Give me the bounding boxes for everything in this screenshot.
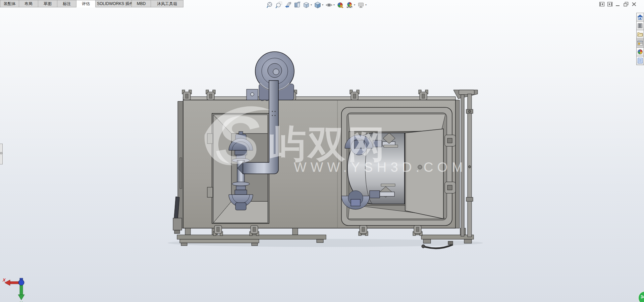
zoom-to-area-button[interactable] xyxy=(275,1,283,9)
collapse-left-pane-icon xyxy=(599,2,605,7)
triad-x-label: X xyxy=(2,278,6,283)
flange-bottom xyxy=(232,182,250,186)
restore-icon xyxy=(623,2,629,7)
apply-scene-button[interactable]: ▾ xyxy=(345,1,356,9)
watermark-brand: 屿双网 xyxy=(268,123,387,165)
collapse-right-pane-icon xyxy=(607,2,613,7)
view-orientation-dropdown[interactable]: ▾ xyxy=(310,1,312,9)
orientation-triad: X Y xyxy=(2,277,28,302)
tab-layout[interactable]: 布局 xyxy=(19,0,38,7)
books-icon xyxy=(637,23,643,29)
collapse-right-pane-button[interactable] xyxy=(607,2,613,7)
feature-panel-collapsed-tab[interactable] xyxy=(0,144,3,164)
previous-view-button[interactable] xyxy=(284,1,292,9)
restore-button[interactable] xyxy=(623,2,629,7)
display-style-icon xyxy=(314,1,321,9)
tab-appearances-scenes[interactable] xyxy=(636,48,644,56)
collapse-left-pane-button[interactable] xyxy=(599,2,605,7)
home-icon xyxy=(637,14,643,20)
splitter-knob-icon xyxy=(0,152,2,154)
view-settings-button[interactable]: ▾ xyxy=(357,1,367,9)
heads-up-view-toolbar: ▾ ▾ ▾ xyxy=(266,1,367,9)
eye-icon xyxy=(325,1,333,9)
apply-scene-icon xyxy=(346,1,353,9)
tab-design-library[interactable] xyxy=(636,21,644,30)
solidworks-window: { "ribbon_tabs": [ { "label": "装配体", "ac… xyxy=(0,0,644,302)
tab-file-explorer[interactable] xyxy=(636,30,644,39)
edit-appearance-icon xyxy=(337,1,344,9)
window-controls xyxy=(599,2,637,7)
edit-appearance-button[interactable] xyxy=(336,1,344,9)
tab-solidworks-addins[interactable]: SOLIDWORKS 插件 xyxy=(96,0,132,7)
hide-show-items-button[interactable]: ▾ xyxy=(325,1,335,9)
close-icon xyxy=(631,2,637,7)
watermark-url: WWW.YSH3D.COM xyxy=(294,160,467,174)
tab-assembly[interactable]: 装配体 xyxy=(0,0,19,7)
section-view-icon xyxy=(293,1,301,9)
tab-sketch[interactable]: 草图 xyxy=(38,0,57,7)
folder-icon xyxy=(637,32,643,37)
tab-solidworks-resources[interactable] xyxy=(636,13,644,21)
display-style-button[interactable]: ▾ xyxy=(314,1,324,9)
watermark-logo: S xyxy=(215,102,260,177)
task-pane-strip xyxy=(636,13,644,65)
tab-custom-properties[interactable] xyxy=(636,56,644,65)
graphics-area[interactable]: S 屿双网 WWW.YSH3D.COM xyxy=(0,0,644,302)
view-settings-icon xyxy=(357,1,365,9)
view-settings-dropdown[interactable]: ▾ xyxy=(365,1,367,9)
section-view-button[interactable] xyxy=(293,1,301,9)
minimize-icon xyxy=(615,2,621,7)
tab-view-palette[interactable] xyxy=(636,39,644,48)
tab-evaluate[interactable]: 评估 xyxy=(76,0,96,7)
display-style-dropdown[interactable]: ▾ xyxy=(322,1,324,9)
view-palette-icon xyxy=(637,40,643,46)
apply-scene-dropdown[interactable]: ▾ xyxy=(354,1,356,9)
hide-show-items-dropdown[interactable]: ▾ xyxy=(333,1,335,9)
previous-view-icon xyxy=(284,1,292,9)
support-feet xyxy=(185,228,466,235)
tab-annotation[interactable]: 标注 xyxy=(57,0,76,7)
badge-count: 34 xyxy=(641,295,644,299)
view-orientation-button[interactable]: ▾ xyxy=(302,1,313,9)
triad-y-label: Y xyxy=(19,301,23,302)
close-button[interactable] xyxy=(631,2,637,7)
view-orientation-icon xyxy=(303,1,310,9)
zoom-to-fit-button[interactable] xyxy=(266,1,274,9)
tab-mbd[interactable]: MBD xyxy=(132,0,151,7)
properties-form-icon xyxy=(637,58,643,63)
tab-mufeng-toolbox[interactable]: 沐风工具箱 xyxy=(151,0,183,7)
appearances-sphere-icon xyxy=(637,49,643,55)
minimize-button[interactable] xyxy=(615,2,621,7)
zoom-to-fit-icon xyxy=(266,1,274,9)
ribbon-tab-bar: 装配体 布局 草图 标注 评估 SOLIDWORKS 插件 MBD 沐风工具箱 xyxy=(0,0,183,7)
zoom-to-area-icon xyxy=(275,1,283,9)
